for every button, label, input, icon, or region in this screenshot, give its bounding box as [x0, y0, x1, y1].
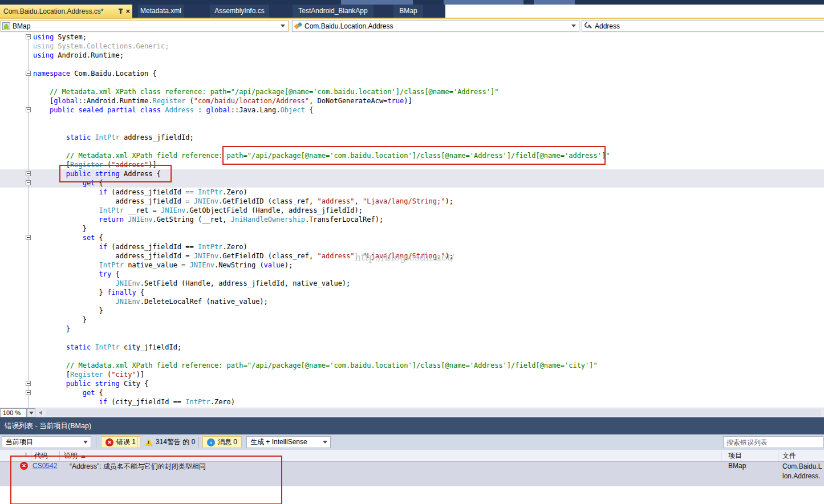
collapse-region-box[interactable]	[26, 71, 31, 76]
code-line[interactable]	[0, 60, 824, 69]
messages-filter-button[interactable]: i 消息 0	[202, 436, 242, 448]
code-line[interactable]: }	[0, 315, 824, 324]
error-code-link[interactable]: CS0542	[33, 462, 57, 470]
code-text: static IntPtr city_jfieldId;	[33, 343, 181, 352]
tab-active-document[interactable]: Com.Baidu.Location.Address.cs* ×	[0, 5, 132, 18]
build-source-dropdown[interactable]: 生成 + IntelliSense	[246, 436, 331, 448]
code-line[interactable]: // Metadata.xml XPath field reference: p…	[0, 361, 824, 370]
tab-assemblyinfo-cs[interactable]: AssemblyInfo.cs	[210, 5, 269, 18]
code-line[interactable]: JNIEnv.SetField (Handle, address_jfieldI…	[0, 279, 824, 288]
error-project: BMap	[728, 462, 746, 470]
code-line[interactable]: // Metadata.xml XPath class reference: p…	[0, 87, 824, 96]
collapse-region-box[interactable]	[26, 171, 31, 176]
code-line[interactable]	[0, 78, 824, 87]
scroll-left-arrow[interactable]	[39, 410, 42, 415]
code-line[interactable]: [Register ("city")]	[0, 370, 824, 379]
error-list-title-bar[interactable]: 错误列表 - 当前项目(BMap)	[0, 417, 824, 434]
scope-filter-dropdown[interactable]: 当前项目	[2, 436, 91, 448]
code-line[interactable]	[0, 352, 824, 361]
code-line[interactable]: if (city_jfieldId == IntPtr.Zero)	[0, 397, 824, 407]
chevron-down-icon[interactable]	[571, 25, 576, 27]
collapse-region-box[interactable]	[26, 180, 31, 185]
code-line[interactable]: }	[0, 306, 824, 315]
code-line[interactable]: if (address_jfieldId == IntPtr.Zero)	[0, 242, 824, 251]
code-line[interactable]	[0, 334, 824, 343]
code-text: get {	[33, 388, 103, 397]
code-text: // Metadata.xml XPath field reference: p…	[33, 361, 598, 370]
code-line[interactable]: }	[0, 324, 824, 334]
column-separator[interactable]	[721, 451, 721, 461]
code-line[interactable]: } finally {	[0, 288, 824, 297]
code-line[interactable]: static IntPtr address_jfieldId;	[0, 133, 824, 142]
code-line[interactable]: static IntPtr city_jfieldId;	[0, 343, 824, 352]
collapse-region-box[interactable]	[26, 34, 31, 39]
toolbar-segment	[341, 0, 413, 5]
code-text: public string City {	[33, 379, 148, 388]
code-text: using System.Collections.Generic;	[33, 42, 169, 51]
code-line[interactable]: public string Address {	[0, 169, 824, 178]
collapse-region-box[interactable]	[26, 107, 31, 112]
code-line[interactable]: // Metadata.xml XPath field reference: p…	[0, 151, 824, 160]
collapse-region-box[interactable]	[26, 390, 31, 395]
code-line[interactable]: }	[0, 224, 824, 233]
code-line[interactable]: [Register ("address")]	[0, 160, 824, 169]
sort-ascending-icon	[81, 455, 86, 458]
class-icon	[294, 22, 302, 30]
tab-bmap[interactable]: BMap	[393, 5, 423, 18]
errors-filter-button[interactable]: ✕ 错误 1	[101, 436, 140, 448]
code-line[interactable]: get {	[0, 178, 824, 188]
error-row-selected[interactable]: ✕ CS0542 “Address”: 成员名不能与它们的封闭类型相同 BMap…	[0, 462, 824, 486]
type-dropdown[interactable]: Com.Baidu.Location.Address	[292, 20, 579, 32]
code-line[interactable]	[0, 124, 824, 133]
collapse-region-box[interactable]	[26, 235, 31, 240]
code-text: using System;	[33, 32, 87, 42]
search-error-list-input[interactable]	[723, 436, 823, 448]
zoom-level-dropdown[interactable]: 100 %	[0, 408, 27, 417]
horizontal-scrollbar[interactable]	[46, 409, 821, 416]
code-line[interactable]: [global::Android.Runtime.Register ("com/…	[0, 96, 824, 105]
code-line[interactable]	[0, 115, 824, 124]
chevron-down-icon[interactable]	[323, 441, 327, 444]
code-line[interactable]	[0, 142, 824, 151]
code-line[interactable]: return JNIEnv.GetString (__ret, JniHandl…	[0, 215, 824, 224]
chevron-down-icon[interactable]	[83, 441, 88, 444]
code-editor[interactable]: using System;using System.Collections.Ge…	[0, 32, 824, 408]
column-header-file[interactable]: 文件	[782, 450, 796, 461]
collapse-region-box[interactable]	[26, 381, 31, 386]
code-text: }	[33, 224, 87, 233]
zoom-dropdown-button[interactable]	[27, 408, 35, 417]
code-line[interactable]: using System;	[0, 32, 824, 42]
warnings-filter-button[interactable]: 314警告 的 0	[141, 436, 199, 448]
code-line[interactable]: IntPtr __ret = JNIEnv.GetObjectField (Ha…	[0, 206, 824, 215]
code-line[interactable]: try {	[0, 270, 824, 279]
toolbar-segment	[534, 0, 575, 5]
code-line[interactable]: using System.Collections.Generic;	[0, 42, 824, 51]
code-line[interactable]: public sealed partial class Address : gl…	[0, 105, 824, 115]
code-line[interactable]: namespace Com.Baidu.Location {	[0, 69, 824, 78]
pin-icon[interactable]	[120, 9, 121, 14]
column-separator[interactable]	[778, 451, 778, 461]
code-text: if (address_jfieldId == IntPtr.Zero)	[33, 188, 247, 197]
chevron-down-icon[interactable]	[281, 25, 285, 27]
tab-metadata-xml[interactable]: Metadata.xml	[138, 5, 184, 18]
warnings-filter-label: 314警告 的 0	[156, 437, 195, 447]
column-header-code[interactable]: 代码	[34, 450, 48, 461]
tab-testandroid-app[interactable]: TestAndroid_BlankApp	[293, 5, 374, 18]
error-file-line1: Com.Baidu.L	[782, 462, 822, 470]
column-separator[interactable]	[31, 451, 31, 461]
column-header-project[interactable]: 项目	[728, 450, 742, 461]
code-line[interactable]: get {	[0, 388, 824, 397]
close-icon[interactable]: ×	[125, 7, 130, 15]
code-line[interactable]: if (address_jfieldId == IntPtr.Zero)	[0, 188, 824, 197]
code-line[interactable]: set {	[0, 233, 824, 242]
member-dropdown[interactable]: Address	[582, 20, 824, 32]
code-text: JNIEnv.DeleteLocalRef (native_value);	[33, 297, 268, 306]
code-text: [global::Android.Runtime.Register ("com/…	[33, 96, 412, 105]
column-separator[interactable]	[59, 451, 60, 461]
code-line[interactable]: address_jfieldId = JNIEnv.GetFieldID (cl…	[0, 197, 824, 206]
project-dropdown[interactable]: BMap	[1, 20, 289, 32]
code-line[interactable]: JNIEnv.DeleteLocalRef (native_value);	[0, 297, 824, 306]
code-line[interactable]: public string City {	[0, 379, 824, 388]
column-header-description[interactable]: 说明	[64, 450, 86, 461]
code-line[interactable]: using Android.Runtime;	[0, 51, 824, 60]
